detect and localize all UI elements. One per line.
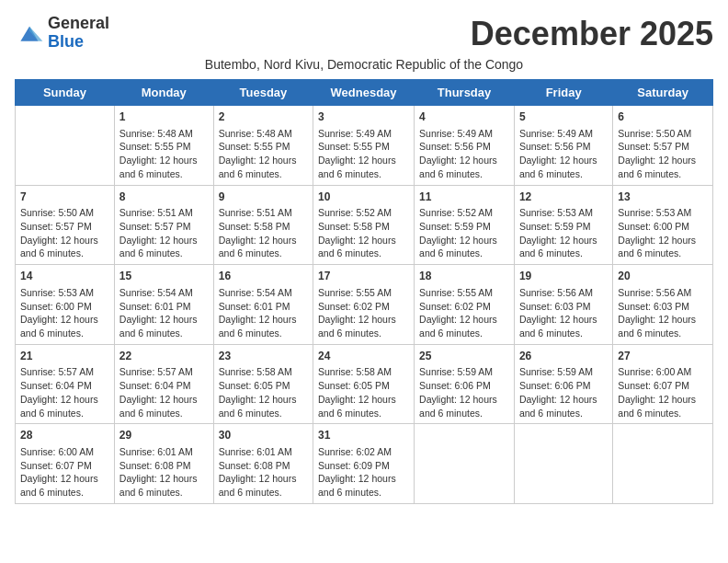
day-of-week-header: Thursday: [415, 80, 515, 106]
sunrise-text: Sunrise: 5:52 AM: [419, 206, 509, 220]
day-number: 30: [219, 428, 308, 443]
day-number: 7: [20, 190, 109, 205]
calendar-cell: 30Sunrise: 6:01 AMSunset: 6:08 PMDayligh…: [213, 424, 313, 504]
sunset-text: Sunset: 5:57 PM: [119, 220, 209, 234]
sunset-text: Sunset: 6:01 PM: [119, 300, 209, 314]
daylight-text: Daylight: 12 hours and 6 minutes.: [419, 313, 509, 339]
month-title: December 2025: [471, 15, 713, 53]
day-number: 15: [119, 269, 209, 284]
calendar-cell: 13Sunrise: 5:53 AMSunset: 6:00 PMDayligh…: [613, 185, 713, 265]
sunrise-text: Sunrise: 5:49 AM: [318, 127, 409, 141]
sunset-text: Sunset: 6:07 PM: [20, 459, 109, 473]
page-header: General Blue December 2025: [15, 15, 713, 53]
daylight-text: Daylight: 12 hours and 6 minutes.: [119, 234, 209, 260]
calendar-cell: 24Sunrise: 5:58 AMSunset: 6:05 PMDayligh…: [313, 344, 415, 424]
sunrise-text: Sunrise: 5:48 AM: [219, 127, 308, 141]
daylight-text: Daylight: 12 hours and 6 minutes.: [20, 472, 109, 499]
day-number: 19: [519, 269, 608, 284]
sunset-text: Sunset: 5:59 PM: [519, 220, 608, 234]
daylight-text: Daylight: 12 hours and 6 minutes.: [318, 393, 409, 419]
day-number: 13: [618, 190, 708, 205]
sunrise-text: Sunrise: 5:56 AM: [519, 286, 608, 300]
day-number: 20: [618, 269, 708, 284]
sunset-text: Sunset: 6:05 PM: [219, 379, 308, 393]
day-number: 18: [419, 269, 509, 284]
daylight-text: Daylight: 12 hours and 6 minutes.: [219, 472, 308, 499]
sunset-text: Sunset: 6:09 PM: [318, 459, 409, 473]
sunrise-text: Sunrise: 5:57 AM: [119, 365, 209, 379]
sunrise-text: Sunrise: 5:53 AM: [20, 286, 109, 300]
sunrise-text: Sunrise: 5:53 AM: [519, 206, 608, 220]
sunrise-text: Sunrise: 5:55 AM: [419, 286, 509, 300]
sunset-text: Sunset: 6:02 PM: [318, 300, 409, 314]
daylight-text: Daylight: 12 hours and 6 minutes.: [519, 154, 608, 180]
sunrise-text: Sunrise: 5:52 AM: [318, 206, 409, 220]
day-number: 28: [20, 428, 109, 443]
day-number: 3: [318, 109, 409, 125]
calendar-table: SundayMondayTuesdayWednesdayThursdayFrid…: [15, 79, 713, 504]
sunset-text: Sunset: 5:55 PM: [219, 140, 308, 154]
sunrise-text: Sunrise: 5:48 AM: [119, 127, 209, 141]
calendar-cell: [415, 424, 515, 504]
calendar-cell: 26Sunrise: 5:59 AMSunset: 6:06 PMDayligh…: [514, 344, 612, 424]
sunset-text: Sunset: 5:56 PM: [519, 140, 608, 154]
daylight-text: Daylight: 12 hours and 6 minutes.: [219, 234, 308, 260]
sunrise-text: Sunrise: 5:50 AM: [20, 206, 109, 220]
daylight-text: Daylight: 12 hours and 6 minutes.: [219, 313, 308, 339]
sunrise-text: Sunrise: 5:57 AM: [20, 365, 109, 379]
day-of-week-header: Sunday: [16, 80, 115, 106]
daylight-text: Daylight: 12 hours and 6 minutes.: [20, 393, 109, 419]
calendar-week-row: 21Sunrise: 5:57 AMSunset: 6:04 PMDayligh…: [16, 344, 713, 424]
sunset-text: Sunset: 6:07 PM: [618, 379, 708, 393]
day-number: 17: [318, 269, 409, 284]
daylight-text: Daylight: 12 hours and 6 minutes.: [20, 313, 109, 339]
calendar-cell: 9Sunrise: 5:51 AMSunset: 5:58 PMDaylight…: [213, 185, 313, 265]
day-number: 14: [20, 269, 109, 284]
logo: General Blue: [15, 15, 109, 52]
day-number: 2: [219, 109, 308, 125]
sunset-text: Sunset: 6:08 PM: [219, 459, 308, 473]
calendar-cell: 23Sunrise: 5:58 AMSunset: 6:05 PMDayligh…: [213, 344, 313, 424]
day-of-week-header: Monday: [114, 80, 213, 106]
daylight-text: Daylight: 12 hours and 6 minutes.: [119, 313, 209, 339]
calendar-cell: 18Sunrise: 5:55 AMSunset: 6:02 PMDayligh…: [415, 265, 515, 345]
sunrise-text: Sunrise: 5:55 AM: [318, 286, 409, 300]
sunset-text: Sunset: 6:06 PM: [519, 379, 608, 393]
sunset-text: Sunset: 6:04 PM: [20, 379, 109, 393]
sunset-text: Sunset: 6:02 PM: [419, 300, 509, 314]
sunrise-text: Sunrise: 5:59 AM: [519, 365, 608, 379]
sunrise-text: Sunrise: 5:54 AM: [119, 286, 209, 300]
daylight-text: Daylight: 12 hours and 6 minutes.: [519, 234, 608, 260]
day-number: 16: [219, 269, 308, 284]
day-of-week-header: Friday: [514, 80, 612, 106]
daylight-text: Daylight: 12 hours and 6 minutes.: [618, 234, 708, 260]
calendar-cell: [16, 106, 115, 186]
daylight-text: Daylight: 12 hours and 6 minutes.: [318, 154, 409, 180]
daylight-text: Daylight: 12 hours and 6 minutes.: [419, 234, 509, 260]
sunset-text: Sunset: 6:03 PM: [618, 300, 708, 314]
logo-general: General: [48, 14, 109, 32]
calendar-cell: 16Sunrise: 5:54 AMSunset: 6:01 PMDayligh…: [213, 265, 313, 345]
logo-icon: [15, 20, 44, 46]
calendar-header: SundayMondayTuesdayWednesdayThursdayFrid…: [16, 80, 713, 106]
day-number: 23: [219, 349, 308, 364]
calendar-cell: 19Sunrise: 5:56 AMSunset: 6:03 PMDayligh…: [514, 265, 612, 345]
calendar-cell: 17Sunrise: 5:55 AMSunset: 6:02 PMDayligh…: [313, 265, 415, 345]
sunset-text: Sunset: 6:00 PM: [20, 300, 109, 314]
sunrise-text: Sunrise: 6:01 AM: [119, 445, 209, 459]
sunset-text: Sunset: 6:01 PM: [219, 300, 308, 314]
sunset-text: Sunset: 5:57 PM: [20, 220, 109, 234]
daylight-text: Daylight: 12 hours and 6 minutes.: [20, 234, 109, 260]
calendar-subtitle: Butembo, Nord Kivu, Democratic Republic …: [15, 57, 713, 72]
daylight-text: Daylight: 12 hours and 6 minutes.: [318, 313, 409, 339]
day-of-week-header: Wednesday: [313, 80, 415, 106]
day-number: 31: [318, 428, 409, 443]
day-number: 21: [20, 349, 109, 364]
calendar-cell: 5Sunrise: 5:49 AMSunset: 5:56 PMDaylight…: [514, 106, 612, 186]
sunset-text: Sunset: 5:57 PM: [618, 140, 708, 154]
sunset-text: Sunset: 5:58 PM: [219, 220, 308, 234]
daylight-text: Daylight: 12 hours and 6 minutes.: [519, 393, 608, 419]
sunrise-text: Sunrise: 5:50 AM: [618, 127, 708, 141]
days-of-week-row: SundayMondayTuesdayWednesdayThursdayFrid…: [16, 80, 713, 106]
day-number: 29: [119, 428, 209, 443]
